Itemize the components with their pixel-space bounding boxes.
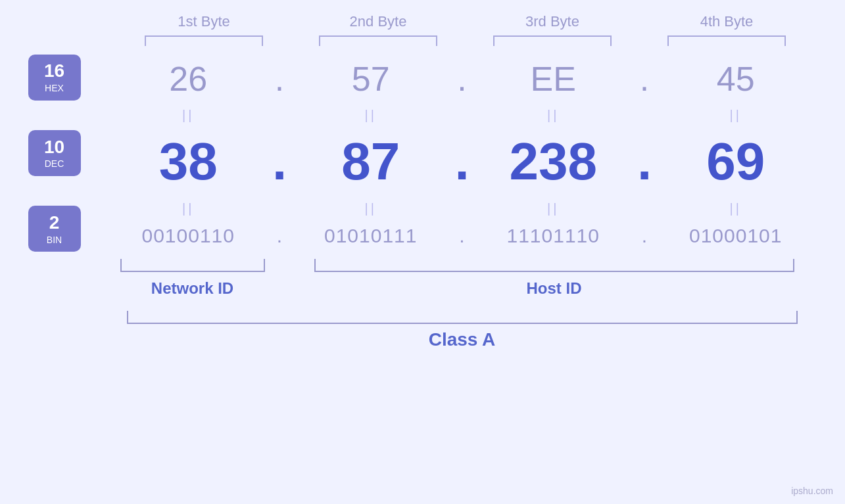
bin-byte2: 01010111 (289, 225, 452, 247)
hex-dot3: . (635, 59, 654, 99)
bracket-cell-1 (117, 35, 291, 46)
parallel-1-2: || (289, 108, 452, 123)
parallel-row-2: || || || || (107, 198, 817, 218)
bracket-line-4 (667, 35, 786, 46)
hex-byte2: 57 (289, 59, 452, 99)
bracket-cell-3 (466, 35, 640, 46)
parallel-2-4: || (654, 201, 817, 216)
parallel-row-1: || || || || (107, 105, 817, 125)
hex-byte1: 26 (107, 59, 270, 99)
bracket-cell-4 (640, 35, 814, 46)
hex-badge: 16 HEX (28, 55, 81, 101)
hex-dot1: . (270, 59, 289, 99)
network-id-bracket (120, 259, 265, 272)
bin-row: 00100110 . 01010111 . 11101110 . 0100010… (107, 218, 817, 254)
bin-dot3: . (635, 225, 654, 247)
class-label: Class A (107, 329, 817, 350)
hex-dot2: . (452, 59, 472, 99)
parallel-2-3: || (472, 201, 635, 216)
bin-num: 2 (49, 213, 60, 233)
parallel-1-1: || (107, 108, 270, 123)
byte4-header: 4th Byte (640, 13, 814, 30)
content-area: 16 HEX 10 DEC 2 BIN 26 . 57 (28, 53, 817, 254)
dec-byte1: 38 (107, 131, 270, 192)
dec-label: DEC (45, 158, 64, 169)
hex-num: 16 (44, 61, 64, 81)
byte3-header: 3rd Byte (466, 13, 640, 30)
bin-byte4: 01000101 (654, 225, 817, 247)
parallel-1-3: || (472, 108, 635, 123)
main-container: 1st Byte 2nd Byte 3rd Byte 4th Byte 16 H… (0, 0, 845, 504)
hex-row: 26 . 57 . EE . 45 (107, 53, 817, 105)
bin-badge: 2 BIN (28, 206, 81, 252)
dec-dot3: . (635, 131, 654, 192)
bracket-line-2 (319, 35, 437, 46)
network-id-block: Network ID (107, 259, 278, 298)
bin-dot1: . (270, 225, 289, 247)
host-id-label: Host ID (527, 279, 582, 298)
parallel-1-4: || (654, 108, 817, 123)
values-grid: 26 . 57 . EE . 45 || || (107, 53, 817, 254)
class-bracket (127, 311, 798, 324)
dec-num: 10 (44, 137, 64, 158)
class-section: Class A (107, 311, 817, 350)
bracket-line-1 (145, 35, 263, 46)
watermark: ipshu.com (791, 486, 833, 496)
dec-badge: 10 DEC (28, 130, 81, 176)
labels-column: 16 HEX 10 DEC 2 BIN (28, 53, 107, 254)
dec-byte3: 238 (472, 131, 635, 192)
dec-dot2: . (452, 131, 472, 192)
bracket-cell-2 (291, 35, 466, 46)
byte2-header: 2nd Byte (291, 13, 466, 30)
byte1-header: 1st Byte (117, 13, 291, 30)
byte-headers: 1st Byte 2nd Byte 3rd Byte 4th Byte (117, 13, 814, 30)
top-brackets (117, 35, 814, 46)
id-section: Network ID Host ID (107, 259, 817, 298)
hex-byte3: EE (472, 59, 635, 99)
host-id-block: Host ID (291, 259, 817, 298)
dec-row: 38 . 87 . 238 . 69 (107, 125, 817, 198)
dec-byte4: 69 (654, 131, 817, 192)
dec-byte2: 87 (289, 131, 452, 192)
parallel-2-1: || (107, 201, 270, 216)
bracket-line-3 (493, 35, 612, 46)
bin-label: BIN (47, 235, 62, 245)
bin-dot2: . (452, 225, 472, 247)
hex-label: HEX (45, 83, 64, 93)
host-id-bracket (314, 259, 794, 272)
bin-byte3: 11101110 (472, 225, 635, 247)
network-id-label: Network ID (151, 279, 233, 298)
parallel-2-2: || (289, 201, 452, 216)
hex-byte4: 45 (654, 59, 817, 99)
bin-byte1: 00100110 (107, 225, 270, 247)
dec-dot1: . (270, 131, 289, 192)
